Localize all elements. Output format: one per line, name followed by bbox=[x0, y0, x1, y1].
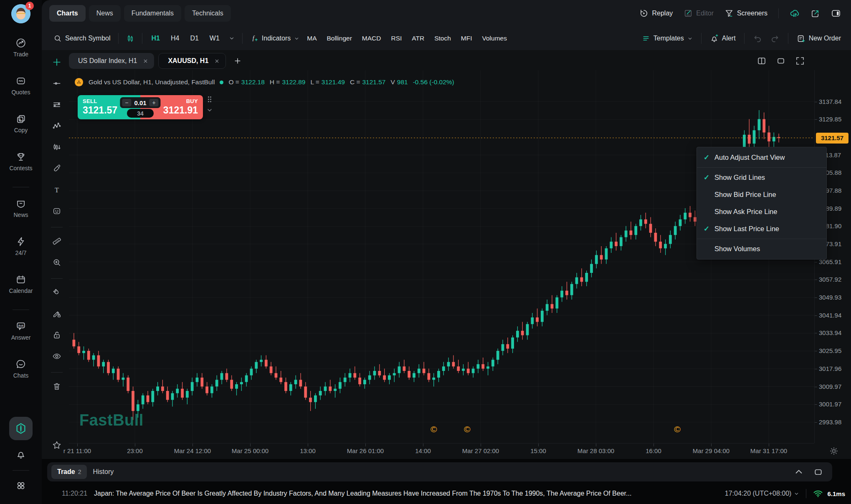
menu-item-auto-adjust[interactable]: ✓Auto Adjust Chart View bbox=[697, 149, 826, 166]
chevron-down-icon[interactable] bbox=[229, 35, 235, 41]
maximize-icon[interactable] bbox=[776, 56, 786, 66]
tab-fundamentals[interactable]: Fundamentals bbox=[124, 5, 181, 22]
close-icon[interactable] bbox=[214, 58, 220, 64]
panel-toggle-button[interactable] bbox=[831, 8, 841, 18]
bottom-tab-trade[interactable]: Trade 2 bbox=[51, 465, 87, 479]
indicator-volumes[interactable]: Volumes bbox=[482, 35, 507, 42]
server-clock[interactable]: 17:04:20 (UTC+08:00) bbox=[725, 490, 800, 497]
volume-decrease-button[interactable]: − bbox=[122, 99, 131, 106]
expand-panel-icon[interactable] bbox=[813, 467, 823, 477]
replay-button[interactable]: Replay bbox=[639, 9, 673, 18]
emoji-tool[interactable] bbox=[52, 204, 61, 218]
add-chart-tab-button[interactable] bbox=[233, 57, 242, 65]
brush-tool[interactable] bbox=[52, 161, 61, 176]
active-app-button[interactable] bbox=[9, 417, 33, 440]
volume-value[interactable]: 0.01 bbox=[134, 99, 146, 106]
sidebar-item-chats[interactable]: Chats bbox=[13, 359, 29, 380]
tab-technicals[interactable]: Technicals bbox=[185, 5, 231, 22]
collapse-panel-icon[interactable] bbox=[794, 467, 803, 476]
sidebar-item-247[interactable]: 24/7 bbox=[15, 236, 26, 257]
y-axis-label: 3137.84 bbox=[819, 98, 841, 105]
drawing-toolbar: T bbox=[45, 50, 68, 456]
calendar-event-marker[interactable]: © bbox=[673, 425, 682, 434]
timeframe-d1[interactable]: D1 bbox=[188, 35, 200, 42]
lock-all-tool[interactable] bbox=[52, 328, 61, 342]
sidebar-item-calendar[interactable]: Calendar bbox=[9, 274, 33, 295]
calendar-event-marker[interactable]: © bbox=[463, 425, 472, 434]
indicator-atr[interactable]: ATR bbox=[412, 35, 424, 42]
magnet-tool[interactable] bbox=[52, 285, 61, 300]
redo-button[interactable] bbox=[770, 34, 780, 43]
sidebar-item-trade[interactable]: Trade bbox=[13, 38, 28, 58]
apps-grid-button[interactable] bbox=[15, 477, 26, 494]
undo-button[interactable] bbox=[753, 34, 762, 43]
new-order-button[interactable]: New Order bbox=[797, 34, 841, 43]
notifications-bell[interactable] bbox=[15, 446, 26, 463]
templates-icon bbox=[642, 34, 650, 43]
sidebar-item-quotes[interactable]: Quotes bbox=[11, 76, 30, 96]
indicator-macd[interactable]: MACD bbox=[362, 35, 381, 42]
timeframe-h1[interactable]: H1 bbox=[150, 35, 162, 42]
fib-retracement-tool[interactable] bbox=[52, 98, 61, 112]
chart-toolbar: Search Symbol H1 H4 D1 W1 f Indicators M… bbox=[42, 27, 851, 50]
cloud-sync-button[interactable] bbox=[790, 8, 800, 18]
screeners-button[interactable]: Screeners bbox=[724, 9, 767, 18]
search-symbol[interactable]: Search Symbol bbox=[53, 34, 111, 43]
timeframe-w1[interactable]: W1 bbox=[208, 35, 221, 42]
open-external-button[interactable] bbox=[810, 9, 820, 18]
order-widget-handle[interactable] bbox=[206, 96, 213, 113]
tab-news[interactable]: News bbox=[89, 5, 121, 22]
indicator-mfi[interactable]: MFI bbox=[461, 35, 472, 42]
news-icon bbox=[15, 198, 26, 209]
indicator-stoch[interactable]: Stoch bbox=[434, 35, 451, 42]
indicator-bollinger[interactable]: Bollinger bbox=[327, 35, 352, 42]
editor-button[interactable]: Editor bbox=[684, 9, 714, 18]
user-avatar[interactable]: 1 bbox=[11, 4, 30, 23]
calendar-event-marker[interactable]: © bbox=[429, 425, 438, 434]
compare-symbol-button[interactable] bbox=[126, 34, 134, 43]
hide-all-tool[interactable] bbox=[52, 349, 61, 363]
divider bbox=[51, 278, 63, 279]
chart-tab-usd-index[interactable]: US Dollar Index, H1 bbox=[69, 53, 154, 69]
timeframe-h4[interactable]: H4 bbox=[169, 35, 181, 42]
favorites-tool[interactable] bbox=[52, 438, 62, 452]
menu-item-grid-lines[interactable]: ✓Show Grid Lines bbox=[697, 169, 826, 186]
menu-item-last-line[interactable]: ✓Show Last Price Line bbox=[697, 220, 826, 237]
templates-button[interactable]: Templates bbox=[642, 34, 693, 43]
menu-item-volumes[interactable]: ✓Show Volumes bbox=[697, 240, 826, 257]
ruler-tool[interactable] bbox=[52, 234, 61, 248]
legend-title[interactable]: Gold vs US Dollar, H1, Unadjusted, FastB… bbox=[89, 78, 215, 86]
sidebar-item-copy[interactable]: $ Copy bbox=[14, 113, 28, 134]
time-axis[interactable]: r 21 11:0023:00Mar 24 12:00Mar 25 00:001… bbox=[69, 443, 814, 457]
close-icon[interactable] bbox=[143, 58, 148, 64]
x-axis-tick bbox=[135, 444, 135, 446]
text-tool[interactable]: T bbox=[52, 183, 61, 197]
bottom-tab-history[interactable]: History bbox=[87, 465, 119, 479]
zoom-in-tool[interactable] bbox=[52, 255, 61, 270]
axis-settings-gear-icon[interactable] bbox=[829, 446, 838, 456]
chart-tab-xauusd[interactable]: XAUUSD, H1 bbox=[158, 53, 226, 69]
indicator-rsi[interactable]: RSI bbox=[391, 35, 402, 42]
crosshair-tool[interactable] bbox=[52, 55, 61, 69]
fullscreen-icon[interactable] bbox=[795, 56, 805, 66]
alert-button[interactable]: Alert bbox=[710, 34, 736, 43]
forecast-tool[interactable] bbox=[52, 140, 61, 154]
pattern-tool[interactable] bbox=[52, 119, 61, 133]
menu-item-ask-line[interactable]: ✓Show Ask Price Line bbox=[697, 203, 826, 220]
tab-charts[interactable]: Charts bbox=[49, 5, 86, 22]
x-axis-tick bbox=[769, 444, 769, 446]
sidebar-item-answer[interactable]: Ask Answer bbox=[11, 321, 31, 342]
sidebar-item-news[interactable]: News bbox=[13, 198, 28, 219]
news-ticker[interactable]: Japan: The Average Price Of Beer Is Grea… bbox=[94, 490, 718, 497]
indicators-button[interactable]: f Indicators bbox=[250, 34, 299, 43]
fastbull-hexagon-icon bbox=[15, 422, 27, 435]
y-axis-label: 3009.97 bbox=[819, 383, 841, 390]
layout-select-icon[interactable] bbox=[757, 56, 767, 66]
volume-increase-button[interactable]: + bbox=[149, 99, 159, 106]
indicator-ma[interactable]: MA bbox=[307, 35, 317, 42]
menu-item-bid-line[interactable]: ✓Show Bid Price Line bbox=[697, 186, 826, 203]
drawing-lock-tool[interactable] bbox=[52, 307, 61, 321]
sidebar-item-contests[interactable]: Contests bbox=[9, 151, 32, 172]
trendline-tool[interactable] bbox=[52, 76, 61, 91]
delete-tool[interactable] bbox=[52, 379, 61, 393]
